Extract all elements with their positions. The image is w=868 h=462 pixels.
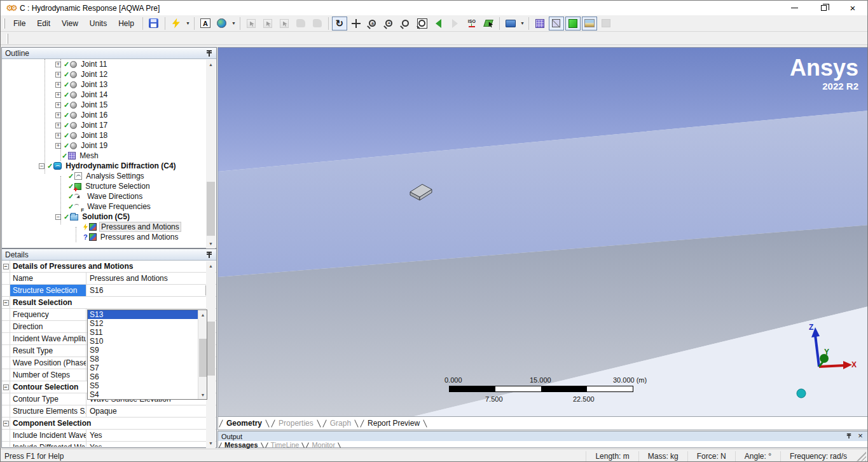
collapse-icon[interactable]: −: [3, 384, 9, 390]
pin-icon[interactable]: [206, 251, 212, 259]
outline-item[interactable]: +✓Joint 13: [2, 79, 216, 90]
box-zoom-button[interactable]: [415, 17, 430, 31]
expand-icon[interactable]: +: [55, 143, 61, 149]
output-tab-monitor[interactable]: Monitor: [310, 441, 337, 449]
next-view-button[interactable]: [448, 17, 463, 31]
outline-item[interactable]: +✓Joint 19: [2, 140, 216, 151]
extra-view-button[interactable]: [598, 17, 614, 31]
show-seabed-button[interactable]: [582, 17, 597, 31]
viewport-3d[interactable]: Z Y X Ansys 2022 R2 0.000 15.000 30.000 …: [217, 47, 868, 417]
expand-icon[interactable]: +: [55, 102, 61, 108]
shaded-view-button[interactable]: [565, 17, 581, 31]
dropdown-option[interactable]: S13: [88, 310, 207, 319]
extend-selection-button[interactable]: [310, 17, 325, 31]
menu-item-units[interactable]: Units: [84, 17, 113, 31]
outline-item[interactable]: +✓Joint 15: [2, 100, 216, 110]
dropdown-option[interactable]: S8: [88, 355, 207, 363]
save-button[interactable]: [146, 17, 162, 31]
details-scrollbar[interactable]: ▲ ▼: [206, 261, 216, 448]
outline-item[interactable]: ✓Structure Selection: [2, 181, 216, 191]
zoom-button[interactable]: ±: [365, 17, 380, 31]
dropdown-option[interactable]: S10: [88, 337, 207, 346]
scroll-up-icon[interactable]: ▲: [198, 310, 207, 319]
scroll-down-icon[interactable]: ▼: [206, 239, 216, 248]
menu-item-file[interactable]: File: [8, 17, 31, 31]
details-scroll-thumb[interactable]: [207, 322, 215, 376]
collapse-icon[interactable]: −: [3, 421, 9, 426]
solve-dropdown-button[interactable]: ▼: [184, 17, 191, 31]
outline-item[interactable]: +✓Joint 16: [2, 110, 216, 120]
scroll-down-icon[interactable]: ▼: [198, 390, 207, 399]
close-button[interactable]: ×: [838, 1, 867, 15]
outline-item[interactable]: +✓Joint 14: [2, 90, 216, 100]
output-close-button[interactable]: ×: [856, 431, 865, 440]
tab-properties[interactable]: Properties: [276, 419, 316, 428]
tab-graph[interactable]: Graph: [327, 419, 354, 428]
outline-item[interactable]: +✓Joint 12: [2, 69, 216, 79]
minimize-button[interactable]: [780, 1, 809, 15]
show-mesh-button[interactable]: [532, 17, 548, 31]
outline-scrollbar[interactable]: ▲ ▼: [206, 60, 216, 248]
dropdown-option[interactable]: S9: [88, 346, 207, 355]
dropdown-option[interactable]: S6: [88, 372, 207, 381]
previous-view-button[interactable]: [431, 17, 446, 31]
outline-item[interactable]: +✓Joint 11: [2, 59, 216, 69]
scroll-up-icon[interactable]: ▲: [206, 60, 216, 69]
expand-icon[interactable]: +: [55, 92, 61, 98]
collapse-icon[interactable]: −: [39, 163, 45, 169]
scroll-up-icon[interactable]: ▲: [206, 261, 216, 271]
outline-scroll-thumb[interactable]: [207, 182, 215, 236]
restore-button[interactable]: [809, 1, 838, 15]
look-at-button[interactable]: [481, 17, 496, 31]
scroll-down-icon[interactable]: ▼: [206, 438, 216, 448]
menu-item-edit[interactable]: Edit: [31, 17, 56, 31]
tab-geometry[interactable]: Geometry: [224, 419, 265, 428]
pin-icon[interactable]: [846, 433, 851, 439]
dropdown-option[interactable]: S11: [88, 328, 207, 337]
dropdown-option[interactable]: S5: [88, 381, 207, 390]
collapse-icon[interactable]: −: [3, 300, 9, 306]
expand-icon[interactable]: +: [55, 123, 61, 128]
resize-grip[interactable]: [856, 451, 866, 461]
outline-item[interactable]: ✓Mesh: [2, 151, 216, 161]
zoom-in-button[interactable]: +: [382, 17, 397, 31]
dropdown-scrollbar[interactable]: ▲ ▼: [198, 310, 207, 399]
outline-item[interactable]: −✓Solution (C5): [2, 212, 216, 222]
outline-item[interactable]: +✓Joint 17: [2, 120, 216, 130]
pan-button[interactable]: [348, 17, 364, 31]
dropdown-option[interactable]: S12: [88, 319, 207, 328]
expand-icon[interactable]: +: [55, 82, 61, 88]
viewports-button[interactable]: [503, 17, 518, 31]
menu-item-help[interactable]: Help: [113, 17, 140, 31]
dropdown-scroll-thumb[interactable]: [199, 339, 207, 377]
expand-icon[interactable]: +: [55, 72, 61, 78]
pin-icon[interactable]: [206, 50, 212, 57]
tab-report-preview[interactable]: Report Preview: [365, 419, 422, 428]
details-value[interactable]: S16▼: [86, 285, 216, 296]
select-vertex-button[interactable]: [244, 17, 259, 31]
outline-item[interactable]: +✓Joint 18: [2, 130, 216, 140]
menu-item-view[interactable]: View: [56, 17, 84, 31]
outline-item[interactable]: −✓Hydrodynamic Diffraction (C4): [2, 161, 216, 171]
outline-item[interactable]: ✓FWave Frequencies: [2, 201, 216, 212]
outline-item[interactable]: ✓Wave Directions: [2, 191, 216, 201]
dropdown-option[interactable]: S4: [88, 390, 207, 399]
collapse-icon[interactable]: −: [3, 264, 9, 269]
select-edge-button[interactable]: [260, 17, 275, 31]
outline-item[interactable]: ?Pressures and Motions: [2, 232, 216, 242]
image-capture-button[interactable]: [214, 17, 230, 31]
viewports-dropdown-button[interactable]: ▼: [519, 17, 526, 31]
outline-item[interactable]: ✓Analysis Settings: [2, 171, 216, 181]
dropdown-option[interactable]: S7: [88, 363, 207, 372]
expand-icon[interactable]: +: [55, 62, 61, 67]
select-face-button[interactable]: [277, 17, 292, 31]
select-body-button[interactable]: [293, 17, 308, 31]
expand-icon[interactable]: +: [55, 133, 61, 139]
output-tab-messages[interactable]: Messages: [223, 441, 260, 449]
image-dropdown-button[interactable]: ▼: [230, 17, 237, 31]
collapse-icon[interactable]: −: [55, 214, 61, 220]
output-tab-timeline[interactable]: TimeLine: [269, 441, 301, 449]
zoom-fit-button[interactable]: [398, 17, 413, 31]
expand-icon[interactable]: +: [55, 112, 61, 118]
rotate-button[interactable]: ↻: [332, 17, 347, 31]
